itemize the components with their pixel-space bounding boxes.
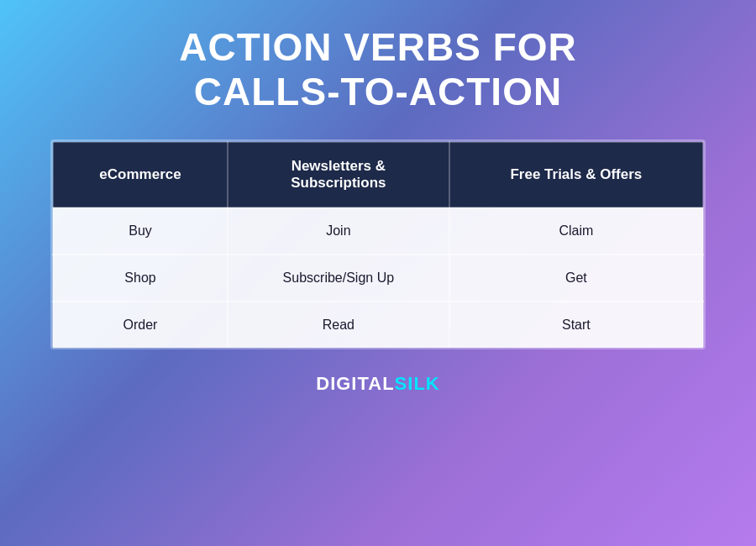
title-line-1: ACTION VERBS FOR [179,25,576,69]
table-header-row: eCommerce Newsletters &Subscriptions Fre… [53,142,703,207]
cell-trials-3: Start [449,302,703,348]
header-trials: Free Trials & Offers [449,142,703,207]
cell-newsletters-3: Read [228,302,449,348]
footer-logo-area: DIGITALSILK [316,373,439,395]
cell-ecommerce-2: Shop [53,255,228,302]
table-row: Shop Subscribe/Sign Up Get [53,255,703,302]
cell-newsletters-2: Subscribe/Sign Up [228,255,449,302]
brand-name-accent: SILK [395,373,440,394]
table-row: Order Read Start [53,302,703,348]
cell-trials-2: Get [449,255,703,302]
page-title: ACTION VERBS FOR CALLS-TO-ACTION [179,25,576,114]
cell-trials-1: Claim [449,207,703,255]
cell-newsletters-1: Join [228,207,449,255]
header-newsletters: Newsletters &Subscriptions [228,142,449,207]
brand-name-dark: DIGITAL [316,373,394,394]
cell-ecommerce-1: Buy [53,207,228,255]
title-line-2: CALLS-TO-ACTION [194,70,562,113]
header-ecommerce: eCommerce [53,142,228,207]
cell-ecommerce-3: Order [53,302,228,348]
brand-logo: DIGITALSILK [316,373,439,395]
table-row: Buy Join Claim [53,207,703,255]
action-verbs-table: eCommerce Newsletters &Subscriptions Fre… [50,139,706,349]
